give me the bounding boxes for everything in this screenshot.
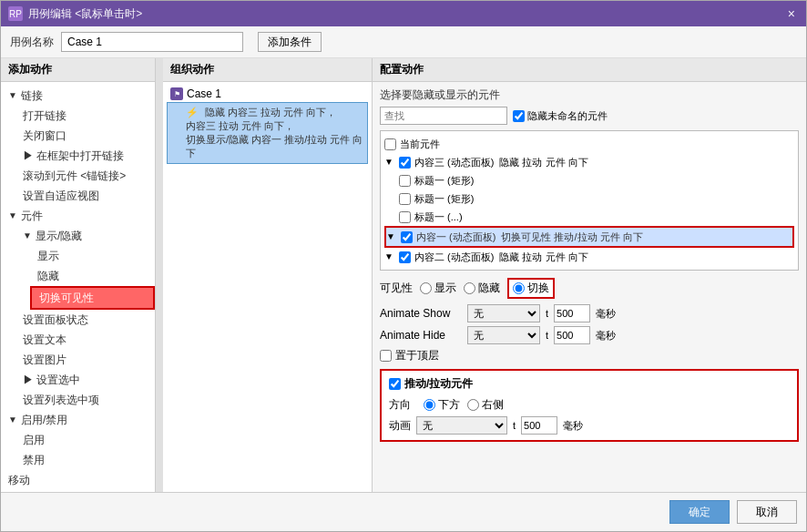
elem-title1-rect1-cb[interactable]	[399, 175, 411, 187]
action-toggle-visibility[interactable]: 切换可见性	[30, 286, 155, 310]
push-anim-select[interactable]: 无	[416, 416, 507, 435]
config-content: 选择要隐藏或显示的元件 隐藏未命名的元件 当前元件	[373, 82, 806, 492]
vis-show-radio[interactable]: 显示	[420, 281, 456, 296]
main-content: 添加动作 ▼ 链接 打开链接 关闭窗口 ▶ 在框架中打开链接 滚动到元件 <锚链…	[1, 58, 806, 492]
elem-content2-label: 内容二 (动态面板) 隐藏 拉动 元件 向下	[414, 250, 588, 264]
confirm-button[interactable]: 确定	[669, 500, 730, 524]
elem-content3-cb[interactable]	[399, 157, 411, 169]
organize-panel: 组织动作 ⚑ Case 1 ⚡ 隐藏 内容三 拉动 元件 向下， 内容三 拉动 …	[163, 58, 373, 492]
search-row: 隐藏未命名的元件	[380, 107, 799, 125]
dir-down-radio[interactable]: 下方	[424, 397, 460, 413]
action-set-list-item[interactable]: 设置列表选中项	[15, 390, 155, 410]
push-t-label: t	[513, 420, 516, 431]
elem-title1-rect2-cb[interactable]	[399, 193, 411, 205]
dir-down-input[interactable]	[424, 399, 435, 411]
action-scroll-to[interactable]: 滚动到元件 <锚链接>	[15, 166, 155, 186]
vis-toggle-input[interactable]	[513, 282, 525, 294]
action-item-1[interactable]: ⚡ 隐藏 内容三 拉动 元件 向下， 内容三 拉动 元件 向下， 切换显示/隐藏…	[167, 102, 368, 164]
group-widget[interactable]: ▼ 元件	[1, 206, 155, 226]
add-action-header: 添加动作	[1, 58, 155, 82]
vis-show-input[interactable]	[420, 282, 432, 294]
elem-content1: ▼ 内容一 (动态面板) 切换可见性 推动/拉动 元件 向下	[384, 226, 794, 248]
group-enable-children: 启用 禁用	[1, 430, 155, 470]
animate-show-row: Animate Show 无 t 毫秒	[380, 304, 799, 322]
group-link-label: 链接	[21, 87, 43, 104]
animate-hide-label: Animate Hide	[380, 329, 462, 342]
cancel-button[interactable]: 取消	[737, 500, 797, 524]
action-set-panel[interactable]: 设置面板状态	[15, 310, 155, 330]
vis-toggle-label: 切换	[527, 281, 549, 296]
app-icon: RP	[8, 6, 23, 21]
action-set-adaptive[interactable]: 设置自适应视图	[15, 186, 155, 206]
elem-content2: ▼ 内容二 (动态面板) 隐藏 拉动 元件 向下	[384, 248, 794, 266]
elem-current-cb[interactable]	[384, 138, 396, 150]
animate-hide-t-input[interactable]	[554, 326, 590, 344]
visibility-row: 可见性 显示 隐藏 切换	[380, 278, 799, 299]
push-t-input[interactable]	[521, 416, 557, 435]
elem-title1-rect1: 标题一 (矩形)	[384, 171, 794, 189]
group-enable[interactable]: ▼ 启用/禁用	[1, 410, 155, 430]
case-icon: ⚑	[170, 87, 183, 100]
group-widget-label: 元件	[21, 208, 43, 224]
elem-content2-cb[interactable]	[399, 251, 411, 263]
action-set-selected[interactable]: ▶ 设置选中	[15, 370, 155, 390]
dir-right-radio[interactable]: 右侧	[467, 397, 504, 413]
subgroup-show-hide-label: 显示/隐藏	[36, 228, 82, 244]
elem-title1-rect3-label: 标题一 (...)	[414, 210, 463, 224]
action-close-window[interactable]: 关闭窗口	[15, 126, 155, 146]
subgroup-show-hide[interactable]: ▼ 显示/隐藏	[15, 226, 155, 246]
add-condition-button[interactable]: 添加条件	[258, 32, 322, 52]
action-disable[interactable]: 禁用	[15, 450, 155, 470]
action-set-text[interactable]: 设置文本	[15, 330, 155, 350]
close-button[interactable]: ×	[784, 6, 799, 21]
push-section-checkbox[interactable]	[389, 378, 401, 390]
elem-title1-rect2: 标题一 (矩形)	[384, 189, 794, 208]
subgroup-show-hide-children: 显示 隐藏 切换可见性	[15, 246, 155, 310]
case-name-input[interactable]	[61, 32, 243, 52]
push-anim-row: 动画 无 t 毫秒	[389, 416, 790, 435]
organize-header: 组织动作	[163, 58, 372, 82]
animate-hide-select[interactable]: 无	[467, 326, 540, 344]
visibility-label: 可见性	[380, 281, 413, 296]
organize-content: ⚑ Case 1 ⚡ 隐藏 内容三 拉动 元件 向下， 内容三 拉动 元件 向下…	[163, 82, 372, 492]
elem-content1-label: 内容一 (动态面板) 切换可见性 推动/拉动 元件 向下	[416, 230, 643, 244]
group-link[interactable]: ▼ 链接	[1, 86, 155, 106]
vis-toggle-radio[interactable]: 切换	[507, 278, 555, 299]
arrow-icon-show-hide: ▼	[23, 228, 32, 244]
action-move[interactable]: 移动	[1, 470, 155, 490]
animate-show-label: Animate Show	[380, 307, 462, 320]
action-enable[interactable]: 启用	[15, 430, 155, 450]
dialog: RP 用例编辑 <鼠标单击时> × 用例名称 添加条件 添加动作 ▼ 链接 打开…	[0, 0, 807, 532]
hide-unnamed-checkbox[interactable]	[513, 110, 525, 122]
vis-hide-radio[interactable]: 隐藏	[464, 281, 500, 296]
action-show[interactable]: 显示	[30, 246, 155, 266]
action-hide[interactable]: 隐藏	[30, 266, 155, 286]
elem-current-label: 当前元件	[400, 137, 440, 151]
action-set-image[interactable]: 设置图片	[15, 350, 155, 370]
elem-content3: ▼ 内容三 (动态面板) 隐藏 拉动 元件 向下	[384, 153, 794, 171]
action-open-link[interactable]: 打开链接	[15, 106, 155, 126]
push-section-title-row: 推动/拉动元件	[389, 376, 790, 392]
action-tree: ▼ 链接 打开链接 关闭窗口 ▶ 在框架中打开链接 滚动到元件 <锚链接> 设置…	[1, 82, 155, 492]
animate-show-select[interactable]: 无	[467, 304, 540, 322]
dir-right-input[interactable]	[467, 399, 479, 411]
elem-title1-rect3: 标题一 (...)	[384, 208, 794, 226]
animate-show-ms: 毫秒	[596, 307, 616, 321]
action-open-in-frame[interactable]: ▶ 在框架中打开链接	[15, 146, 155, 166]
title-bar-left: RP 用例编辑 <鼠标单击时>	[8, 6, 142, 22]
elem-title1-rect3-cb[interactable]	[399, 211, 411, 223]
title-text: 用例编辑 <鼠标单击时>	[28, 6, 142, 22]
place-top-checkbox[interactable]	[380, 350, 392, 362]
push-direction-row: 方向 下方 右侧	[389, 397, 790, 413]
vis-hide-input[interactable]	[464, 282, 475, 294]
elem-content1-cb[interactable]	[401, 231, 413, 243]
push-anim-label: 动画	[389, 418, 411, 434]
config-header: 配置动作	[373, 58, 806, 82]
lightning-icon: ⚡	[186, 107, 199, 118]
arrow-icon: ▼	[8, 87, 17, 104]
group-link-children: 打开链接 关闭窗口 ▶ 在框架中打开链接 滚动到元件 <锚链接> 设置自适应视图	[1, 106, 155, 206]
arrow-content1: ▼	[386, 230, 395, 244]
push-section-title-label: 推动/拉动元件	[404, 376, 473, 392]
search-input[interactable]	[380, 107, 507, 125]
animate-show-t-input[interactable]	[554, 304, 590, 322]
